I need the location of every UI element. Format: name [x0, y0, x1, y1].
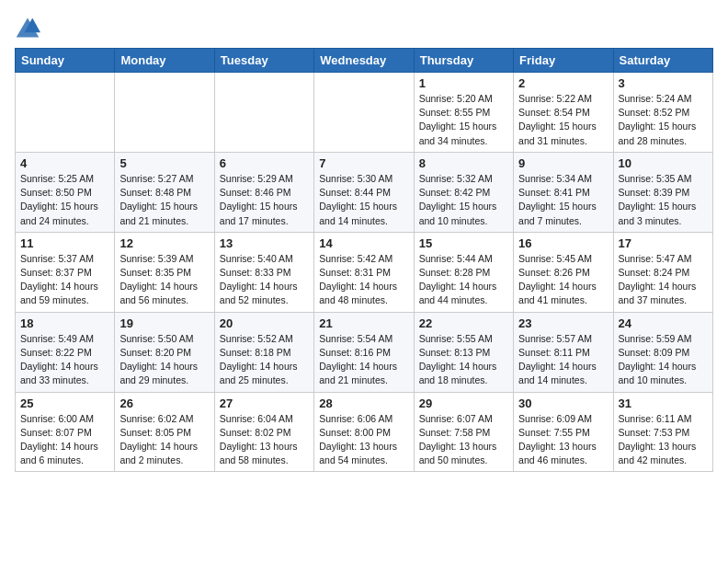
calendar-cell: 22Sunrise: 5:55 AM Sunset: 8:13 PM Dayli…: [414, 312, 513, 392]
day-info: Sunrise: 6:00 AM Sunset: 8:07 PM Dayligh…: [20, 412, 109, 468]
calendar-cell: 13Sunrise: 5:40 AM Sunset: 8:33 PM Dayli…: [214, 232, 313, 312]
calendar-week-3: 11Sunrise: 5:37 AM Sunset: 8:37 PM Dayli…: [16, 232, 713, 312]
day-info: Sunrise: 5:52 AM Sunset: 8:18 PM Dayligh…: [220, 332, 309, 388]
day-info: Sunrise: 5:37 AM Sunset: 8:37 PM Dayligh…: [20, 252, 109, 308]
day-info: Sunrise: 5:32 AM Sunset: 8:42 PM Dayligh…: [419, 172, 508, 228]
day-number: 25: [20, 396, 109, 410]
day-number: 3: [619, 76, 708, 90]
calendar-cell: 16Sunrise: 5:45 AM Sunset: 8:26 PM Dayli…: [514, 232, 613, 312]
day-info: Sunrise: 5:47 AM Sunset: 8:24 PM Dayligh…: [619, 252, 708, 308]
calendar-week-1: 1Sunrise: 5:20 AM Sunset: 8:55 PM Daylig…: [16, 73, 713, 153]
day-number: 18: [20, 316, 109, 330]
calendar-table: SundayMondayTuesdayWednesdayThursdayFrid…: [15, 48, 713, 472]
calendar-cell: 12Sunrise: 5:39 AM Sunset: 8:35 PM Dayli…: [115, 232, 214, 312]
calendar-cell: 29Sunrise: 6:07 AM Sunset: 7:58 PM Dayli…: [414, 392, 513, 472]
day-info: Sunrise: 5:54 AM Sunset: 8:16 PM Dayligh…: [319, 332, 408, 388]
day-number: 12: [119, 236, 209, 250]
calendar-cell: 28Sunrise: 6:06 AM Sunset: 8:00 PM Dayli…: [314, 392, 414, 472]
day-info: Sunrise: 5:34 AM Sunset: 8:41 PM Dayligh…: [518, 172, 608, 228]
calendar-cell: 31Sunrise: 6:11 AM Sunset: 7:53 PM Dayli…: [613, 392, 712, 472]
calendar-cell: 18Sunrise: 5:49 AM Sunset: 8:22 PM Dayli…: [16, 312, 115, 392]
calendar-cell: 26Sunrise: 6:02 AM Sunset: 8:05 PM Dayli…: [115, 392, 214, 472]
calendar-cell: 11Sunrise: 5:37 AM Sunset: 8:37 PM Dayli…: [16, 232, 115, 312]
day-number: 10: [619, 156, 708, 170]
day-number: 8: [419, 156, 508, 170]
day-number: 23: [518, 316, 608, 330]
day-info: Sunrise: 5:57 AM Sunset: 8:11 PM Dayligh…: [518, 332, 608, 388]
calendar-cell: 24Sunrise: 5:59 AM Sunset: 8:09 PM Dayli…: [613, 312, 712, 392]
day-number: 11: [20, 236, 109, 250]
calendar-cell: 8Sunrise: 5:32 AM Sunset: 8:42 PM Daylig…: [414, 152, 513, 232]
calendar-cell: 30Sunrise: 6:09 AM Sunset: 7:55 PM Dayli…: [514, 392, 613, 472]
day-number: 19: [119, 316, 209, 330]
page-header: [15, 15, 713, 40]
calendar-cell: [115, 73, 214, 153]
day-info: Sunrise: 5:30 AM Sunset: 8:44 PM Dayligh…: [319, 172, 408, 228]
weekday-header-wednesday: Wednesday: [314, 49, 414, 73]
day-info: Sunrise: 6:07 AM Sunset: 7:58 PM Dayligh…: [419, 412, 508, 468]
calendar-week-5: 25Sunrise: 6:00 AM Sunset: 8:07 PM Dayli…: [16, 392, 713, 472]
day-number: 26: [119, 396, 209, 410]
day-number: 5: [119, 156, 209, 170]
day-info: Sunrise: 5:35 AM Sunset: 8:39 PM Dayligh…: [619, 172, 708, 228]
day-number: 28: [319, 396, 408, 410]
day-info: Sunrise: 5:44 AM Sunset: 8:28 PM Dayligh…: [419, 252, 508, 308]
calendar-cell: 6Sunrise: 5:29 AM Sunset: 8:46 PM Daylig…: [214, 152, 313, 232]
calendar-week-4: 18Sunrise: 5:49 AM Sunset: 8:22 PM Dayli…: [16, 312, 713, 392]
day-info: Sunrise: 5:40 AM Sunset: 8:33 PM Dayligh…: [220, 252, 309, 308]
day-number: 13: [220, 236, 309, 250]
weekday-header-thursday: Thursday: [414, 49, 513, 73]
day-info: Sunrise: 6:09 AM Sunset: 7:55 PM Dayligh…: [518, 412, 608, 468]
day-number: 9: [518, 156, 608, 170]
day-info: Sunrise: 5:45 AM Sunset: 8:26 PM Dayligh…: [518, 252, 608, 308]
day-info: Sunrise: 5:59 AM Sunset: 8:09 PM Dayligh…: [619, 332, 708, 388]
day-info: Sunrise: 5:39 AM Sunset: 8:35 PM Dayligh…: [119, 252, 209, 308]
logo-icon: [15, 15, 40, 40]
day-info: Sunrise: 6:11 AM Sunset: 7:53 PM Dayligh…: [619, 412, 708, 468]
calendar-cell: 4Sunrise: 5:25 AM Sunset: 8:50 PM Daylig…: [16, 152, 115, 232]
calendar-cell: 20Sunrise: 5:52 AM Sunset: 8:18 PM Dayli…: [214, 312, 313, 392]
weekday-header-saturday: Saturday: [613, 49, 712, 73]
day-number: 7: [319, 156, 408, 170]
day-number: 2: [518, 76, 608, 90]
day-number: 14: [319, 236, 408, 250]
day-number: 1: [419, 76, 508, 90]
day-number: 16: [518, 236, 608, 250]
day-info: Sunrise: 5:42 AM Sunset: 8:31 PM Dayligh…: [319, 252, 408, 308]
weekday-header-sunday: Sunday: [16, 49, 115, 73]
day-number: 21: [319, 316, 408, 330]
day-info: Sunrise: 5:22 AM Sunset: 8:54 PM Dayligh…: [518, 92, 608, 148]
day-number: 15: [419, 236, 508, 250]
day-number: 22: [419, 316, 508, 330]
day-info: Sunrise: 5:25 AM Sunset: 8:50 PM Dayligh…: [20, 172, 109, 228]
day-number: 27: [220, 396, 309, 410]
calendar-cell: 19Sunrise: 5:50 AM Sunset: 8:20 PM Dayli…: [115, 312, 214, 392]
weekday-header-tuesday: Tuesday: [214, 49, 313, 73]
day-info: Sunrise: 5:55 AM Sunset: 8:13 PM Dayligh…: [419, 332, 508, 388]
day-info: Sunrise: 6:06 AM Sunset: 8:00 PM Dayligh…: [319, 412, 408, 468]
calendar-cell: 21Sunrise: 5:54 AM Sunset: 8:16 PM Dayli…: [314, 312, 414, 392]
day-number: 20: [220, 316, 309, 330]
calendar-cell: 25Sunrise: 6:00 AM Sunset: 8:07 PM Dayli…: [16, 392, 115, 472]
calendar-cell: 2Sunrise: 5:22 AM Sunset: 8:54 PM Daylig…: [514, 73, 613, 153]
day-number: 31: [619, 396, 708, 410]
calendar-cell: 7Sunrise: 5:30 AM Sunset: 8:44 PM Daylig…: [314, 152, 414, 232]
calendar-cell: 5Sunrise: 5:27 AM Sunset: 8:48 PM Daylig…: [115, 152, 214, 232]
day-number: 6: [220, 156, 309, 170]
day-number: 30: [518, 396, 608, 410]
calendar-cell: 3Sunrise: 5:24 AM Sunset: 8:52 PM Daylig…: [613, 73, 712, 153]
day-number: 24: [619, 316, 708, 330]
day-info: Sunrise: 5:29 AM Sunset: 8:46 PM Dayligh…: [220, 172, 309, 228]
day-number: 4: [20, 156, 109, 170]
day-info: Sunrise: 5:50 AM Sunset: 8:20 PM Dayligh…: [119, 332, 209, 388]
calendar-cell: 27Sunrise: 6:04 AM Sunset: 8:02 PM Dayli…: [214, 392, 313, 472]
calendar-cell: 9Sunrise: 5:34 AM Sunset: 8:41 PM Daylig…: [514, 152, 613, 232]
day-info: Sunrise: 5:27 AM Sunset: 8:48 PM Dayligh…: [119, 172, 209, 228]
day-info: Sunrise: 6:04 AM Sunset: 8:02 PM Dayligh…: [220, 412, 309, 468]
day-info: Sunrise: 5:49 AM Sunset: 8:22 PM Dayligh…: [20, 332, 109, 388]
day-number: 29: [419, 396, 508, 410]
calendar-cell: 1Sunrise: 5:20 AM Sunset: 8:55 PM Daylig…: [414, 73, 513, 153]
calendar-cell: [314, 73, 414, 153]
calendar-cell: 15Sunrise: 5:44 AM Sunset: 8:28 PM Dayli…: [414, 232, 513, 312]
calendar-cell: 14Sunrise: 5:42 AM Sunset: 8:31 PM Dayli…: [314, 232, 414, 312]
